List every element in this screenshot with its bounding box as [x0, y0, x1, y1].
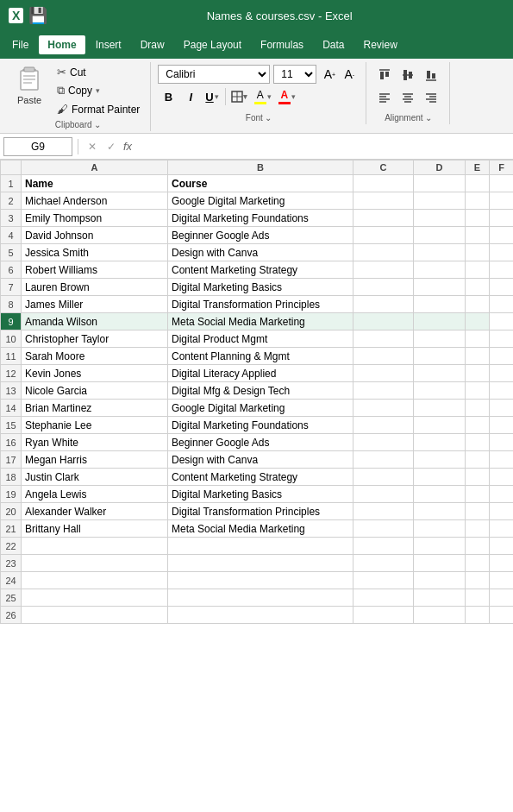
row-header-24[interactable]: 24	[1, 572, 22, 589]
fill-color-dropdown[interactable]: ▾	[267, 92, 272, 101]
cell-f13[interactable]	[490, 382, 514, 400]
menu-insert[interactable]: Insert	[87, 35, 130, 54]
cell-d21[interactable]	[414, 520, 466, 538]
cell-d20[interactable]	[414, 503, 466, 520]
cell-b23[interactable]	[168, 555, 353, 572]
cell-f4[interactable]	[490, 227, 514, 244]
cell-e14[interactable]	[466, 400, 490, 417]
cell-f18[interactable]	[490, 469, 514, 486]
cell-a7[interactable]: Lauren Brown	[22, 279, 168, 296]
col-header-b[interactable]: B	[168, 161, 353, 175]
format-painter-button[interactable]: 🖌 Format Painter	[53, 101, 143, 117]
center-align-button[interactable]	[397, 87, 419, 108]
paste-button[interactable]: Paste	[9, 62, 50, 107]
cell-c24[interactable]	[353, 572, 414, 589]
cell-c13[interactable]	[353, 382, 414, 400]
row-header-15[interactable]: 15	[1, 417, 22, 434]
cell-b16[interactable]: Beginner Google Ads	[168, 434, 353, 451]
cell-a12[interactable]: Kevin Jones	[22, 365, 168, 382]
cell-d10[interactable]	[414, 330, 466, 348]
cell-c17[interactable]	[353, 451, 414, 469]
cell-e24[interactable]	[466, 572, 490, 589]
row-header-5[interactable]: 5	[1, 244, 22, 261]
cell-f7[interactable]	[490, 279, 514, 296]
row-header-20[interactable]: 20	[1, 503, 22, 520]
confirm-formula-icon[interactable]: ✓	[103, 138, 120, 155]
cell-d9[interactable]	[414, 313, 466, 330]
row-header-22[interactable]: 22	[1, 538, 22, 555]
cell-e10[interactable]	[466, 330, 490, 348]
row-header-14[interactable]: 14	[1, 400, 22, 417]
cell-b7[interactable]: Digital Marketing Basics	[168, 279, 353, 296]
cell-a2[interactable]: Michael Anderson	[22, 192, 168, 210]
cell-c21[interactable]	[353, 520, 414, 538]
cell-b5[interactable]: Design with Canva	[168, 244, 353, 261]
cell-e7[interactable]	[466, 279, 490, 296]
font-color-dropdown[interactable]: ▾	[291, 92, 296, 101]
bottom-align-button[interactable]	[420, 65, 442, 85]
cell-b22[interactable]	[168, 538, 353, 555]
row-header-7[interactable]: 7	[1, 279, 22, 296]
cell-b18[interactable]: Content Marketing Strategy	[168, 469, 353, 486]
row-header-1[interactable]: 1	[1, 175, 22, 192]
cell-d13[interactable]	[414, 382, 466, 400]
italic-button[interactable]: I	[180, 86, 201, 107]
cell-d11[interactable]	[414, 348, 466, 365]
cell-c15[interactable]	[353, 417, 414, 434]
cell-f16[interactable]	[490, 434, 514, 451]
cell-a16[interactable]: Ryan White	[22, 434, 168, 451]
cell-c19[interactable]	[353, 486, 414, 503]
cell-f17[interactable]	[490, 451, 514, 469]
cell-c16[interactable]	[353, 434, 414, 451]
cell-c14[interactable]	[353, 400, 414, 417]
cell-b14[interactable]: Google Digital Marketing	[168, 400, 353, 417]
top-align-button[interactable]	[373, 65, 396, 85]
cell-c23[interactable]	[353, 555, 414, 572]
cell-b19[interactable]: Digital Marketing Basics	[168, 486, 353, 503]
cell-b4[interactable]: Beginner Google Ads	[168, 227, 353, 244]
cell-c1[interactable]	[353, 175, 414, 192]
row-header-23[interactable]: 23	[1, 555, 22, 572]
row-header-18[interactable]: 18	[1, 469, 22, 486]
font-expand-icon[interactable]: ⌄	[265, 113, 272, 123]
cell-f5[interactable]	[490, 244, 514, 261]
cell-a18[interactable]: Justin Clark	[22, 469, 168, 486]
formula-input[interactable]	[135, 137, 510, 156]
font-color-button[interactable]: A ▾	[276, 86, 298, 107]
cell-f24[interactable]	[490, 572, 514, 589]
alignment-expand-icon[interactable]: ⌄	[425, 113, 432, 123]
cell-a26[interactable]	[22, 607, 168, 624]
cell-a22[interactable]	[22, 538, 168, 555]
cell-b12[interactable]: Digital Literacy Applied	[168, 365, 353, 382]
cell-a14[interactable]: Brian Martinez	[22, 400, 168, 417]
cell-e5[interactable]	[466, 244, 490, 261]
cell-d6[interactable]	[414, 261, 466, 279]
cut-button[interactable]: ✂ Cut	[53, 64, 143, 80]
cell-c6[interactable]	[353, 261, 414, 279]
cell-d7[interactable]	[414, 279, 466, 296]
cell-d4[interactable]	[414, 227, 466, 244]
cell-f15[interactable]	[490, 417, 514, 434]
cell-e22[interactable]	[466, 538, 490, 555]
copy-button[interactable]: ⧉ Copy ▾	[53, 82, 143, 99]
cell-e3[interactable]	[466, 210, 490, 227]
left-align-button[interactable]	[373, 87, 396, 108]
cell-f2[interactable]	[490, 192, 514, 210]
cell-a4[interactable]: David Johnson	[22, 227, 168, 244]
cell-d15[interactable]	[414, 417, 466, 434]
cancel-formula-icon[interactable]: ✕	[84, 138, 101, 155]
font-name-select[interactable]: Calibri	[158, 65, 270, 84]
cell-a21[interactable]: Brittany Hall	[22, 520, 168, 538]
cell-e9[interactable]	[466, 313, 490, 330]
underline-dropdown-icon[interactable]: ▾	[215, 92, 219, 101]
cell-f8[interactable]	[490, 296, 514, 313]
cell-b9[interactable]: Meta Social Media Marketing	[168, 313, 353, 330]
cell-e12[interactable]	[466, 365, 490, 382]
cell-a23[interactable]	[22, 555, 168, 572]
cell-d25[interactable]	[414, 589, 466, 607]
cell-e13[interactable]	[466, 382, 490, 400]
cell-a5[interactable]: Jessica Smith	[22, 244, 168, 261]
cell-f10[interactable]	[490, 330, 514, 348]
cell-e2[interactable]	[466, 192, 490, 210]
cell-f20[interactable]	[490, 503, 514, 520]
